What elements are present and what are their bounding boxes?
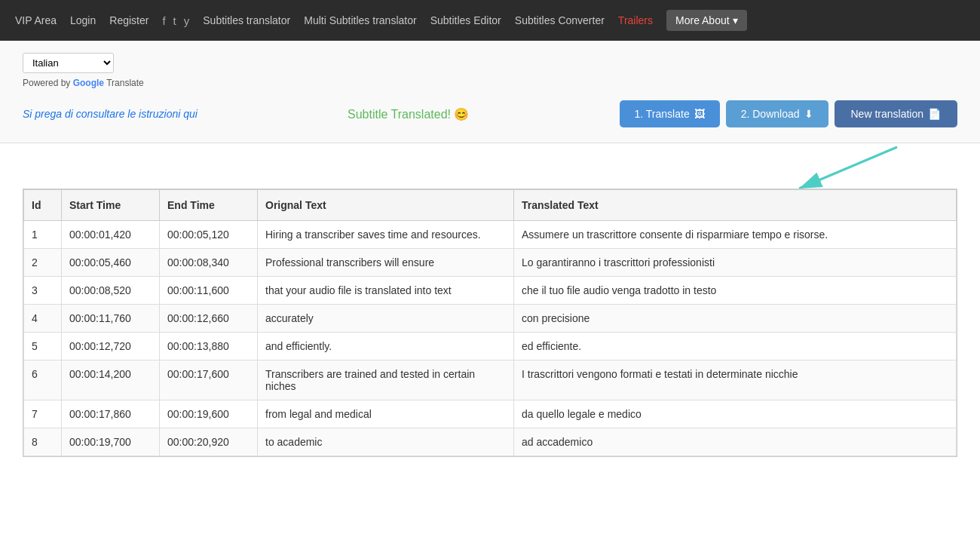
cell-translated-text: Assumere un trascrittore consente di ris… [514, 221, 957, 249]
arrow-container [0, 143, 980, 189]
cell-end-time: 00:00:13,880 [160, 333, 258, 360]
table-row: 2 00:00:05,460 00:00:08,340 Professional… [24, 249, 957, 277]
cell-original-text: Hiring a transcriber saves time and reso… [258, 221, 514, 249]
cell-original-text: from legal and medical [258, 400, 514, 428]
table-container: Id Start Time End Time Orignal Text Tran… [0, 189, 980, 480]
facebook-icon[interactable]: f [162, 14, 165, 27]
nav-subtitles-converter[interactable]: Subtitles Converter [515, 14, 605, 26]
cell-id: 4 [24, 305, 62, 333]
cell-end-time: 00:00:11,600 [160, 277, 258, 305]
svg-line-1 [799, 147, 897, 189]
download-button[interactable]: 2. Download ⬇ [726, 100, 828, 127]
cell-end-time: 00:00:08,340 [160, 249, 258, 277]
nav-register[interactable]: Register [109, 14, 149, 26]
table-row: 8 00:00:19,700 00:00:20,920 to academic … [24, 428, 957, 456]
cell-start-time: 00:00:11,760 [62, 305, 160, 333]
cell-original-text: accurately [258, 305, 514, 333]
cell-start-time: 00:00:14,200 [62, 360, 160, 400]
nav-more-about[interactable]: More About ▾ [666, 10, 747, 31]
language-select-row: ItalianEnglishFrenchSpanishGermanPortugu… [23, 53, 957, 73]
cell-end-time: 00:00:19,600 [160, 400, 258, 428]
cell-translated-text: Lo garantiranno i trascrittori professio… [514, 249, 957, 277]
cell-id: 2 [24, 249, 62, 277]
dropdown-chevron-icon: ▾ [733, 14, 738, 26]
table-row: 6 00:00:14,200 00:00:17,600 Transcribers… [24, 360, 957, 400]
cell-start-time: 00:00:19,700 [62, 428, 160, 456]
nav-trailers[interactable]: Trailers [618, 14, 653, 26]
top-section: ItalianEnglishFrenchSpanishGermanPortugu… [0, 41, 980, 143]
cell-id: 7 [24, 400, 62, 428]
cell-start-time: 00:00:12,720 [62, 333, 160, 360]
cell-translated-text: che il tuo file audio venga tradotto in … [514, 277, 957, 305]
cell-start-time: 00:00:17,860 [62, 400, 160, 428]
cell-original-text: and efficiently. [258, 333, 514, 360]
cell-original-text: to academic [258, 428, 514, 456]
col-header-original-text: Orignal Text [258, 190, 514, 221]
cell-translated-text: I trascrittori vengono formati e testati… [514, 360, 957, 400]
table-row: 5 00:00:12,720 00:00:13,880 and efficien… [24, 333, 957, 360]
col-header-start-time: Start Time [62, 190, 160, 221]
nav-vip-area[interactable]: VIP Area [15, 14, 57, 26]
col-header-translated-text: Translated Text [514, 190, 957, 221]
cell-original-text: that your audio file is translated into … [258, 277, 514, 305]
nav-subtitles-translator[interactable]: Subtitles translator [203, 14, 290, 26]
subtitle-translated-label: Subtitle Translated! 😊 [348, 107, 469, 121]
cell-translated-text: con precisione [514, 305, 957, 333]
cell-original-text: Transcribers are trained and tested in c… [258, 360, 514, 400]
cell-start-time: 00:00:01,420 [62, 221, 160, 249]
cell-id: 5 [24, 333, 62, 360]
file-icon: 📄 [928, 108, 941, 120]
nav-login[interactable]: Login [70, 14, 96, 26]
cell-end-time: 00:00:17,600 [160, 360, 258, 400]
cell-end-time: 00:00:12,660 [160, 305, 258, 333]
nav-multi-subtitles-translator[interactable]: Multi Subtitles translator [304, 14, 416, 26]
instruction-link[interactable]: Si prega di consultare le istruzioni qui [23, 108, 198, 120]
cell-original-text: Professional transcribers will ensure [258, 249, 514, 277]
action-buttons: 1. Translate 🖼 2. Download ⬇ New transla… [620, 100, 957, 127]
cell-translated-text: ed efficiente. [514, 333, 957, 360]
cell-start-time: 00:00:08,520 [62, 277, 160, 305]
col-header-id: Id [24, 190, 62, 221]
table-row: 3 00:00:08,520 00:00:11,600 that your au… [24, 277, 957, 305]
action-row: Si prega di consultare le istruzioni qui… [23, 100, 957, 127]
cell-end-time: 00:00:05,120 [160, 221, 258, 249]
cell-id: 3 [24, 277, 62, 305]
cell-id: 8 [24, 428, 62, 456]
translate-button[interactable]: 1. Translate 🖼 [620, 100, 720, 127]
youtube-icon[interactable]: y [184, 14, 190, 27]
download-icon: ⬇ [804, 108, 813, 120]
table-row: 7 00:00:17,860 00:00:19,600 from legal a… [24, 400, 957, 428]
cell-id: 1 [24, 221, 62, 249]
table-row: 1 00:00:01,420 00:00:05,120 Hiring a tra… [24, 221, 957, 249]
cell-translated-text: ad accademico [514, 428, 957, 456]
subtitles-table: Id Start Time End Time Orignal Text Tran… [23, 189, 957, 456]
cell-id: 6 [24, 360, 62, 400]
table-row: 4 00:00:11,760 00:00:12,660 accurately c… [24, 305, 957, 333]
new-translation-button[interactable]: New translation 📄 [835, 100, 958, 127]
col-header-end-time: End Time [160, 190, 258, 221]
cell-end-time: 00:00:20,920 [160, 428, 258, 456]
language-select[interactable]: ItalianEnglishFrenchSpanishGermanPortugu… [23, 53, 114, 73]
translate-icon: 🖼 [694, 108, 705, 120]
cell-start-time: 00:00:05,460 [62, 249, 160, 277]
nav-social-icons: f t y [162, 14, 189, 27]
table-wrapper[interactable]: Id Start Time End Time Orignal Text Tran… [23, 189, 957, 457]
powered-by: Powered by Google Translate [23, 78, 957, 88]
nav-subtitles-editor[interactable]: Subtitles Editor [430, 14, 501, 26]
twitter-icon[interactable]: t [173, 14, 176, 27]
cell-translated-text: da quello legale e medico [514, 400, 957, 428]
